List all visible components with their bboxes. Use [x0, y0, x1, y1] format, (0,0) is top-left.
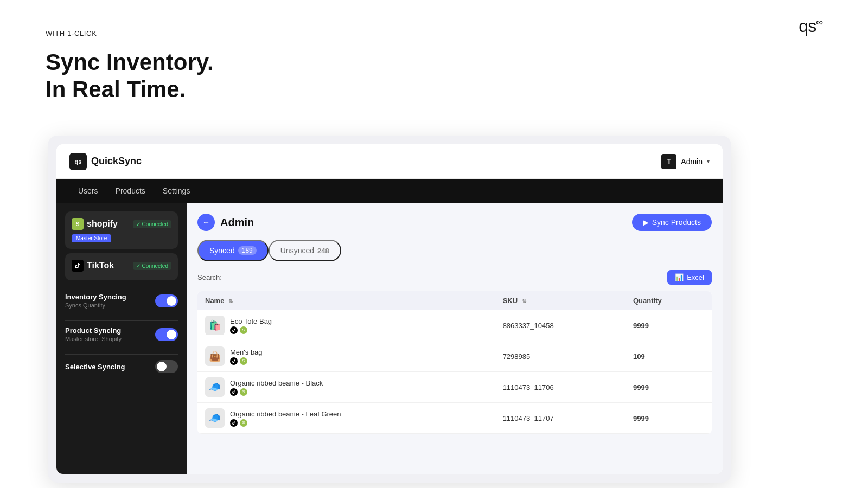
excel-icon: 📊 [675, 273, 684, 281]
name-sort-icon[interactable]: ⇅ [228, 298, 233, 304]
inventory-syncing-label: Inventory Syncing [65, 293, 126, 301]
app-logo: qs QuickSync [69, 153, 142, 170]
tiktok-platform-dot [230, 388, 238, 396]
logo-box: qs [69, 153, 87, 170]
app-main: S shopify ✓ Connected Master Store [56, 203, 723, 474]
right-panel: ← Admin ▶ Sync Products Synced 189 [187, 203, 723, 474]
shopify-platform-dot: S [240, 388, 247, 396]
chevron-down-icon: ▾ [707, 158, 710, 164]
shopify-platform-dot: S [240, 326, 247, 334]
shopify-connected-badge: ✓ Connected [133, 220, 171, 228]
app-card: qs QuickSync T Admin ▾ Users Products Se… [56, 144, 723, 474]
product-sku: 1110473_11706 [495, 372, 626, 403]
shopify-icon: S [72, 218, 84, 230]
sync-products-button[interactable]: ▶ Sync Products [632, 214, 712, 231]
excel-button[interactable]: 📊 Excel [667, 270, 712, 285]
master-store-badge: Master Store [72, 234, 111, 242]
tiktok-platform-dot [230, 326, 238, 334]
page-title-row: ← Admin [197, 214, 254, 231]
tab-unsynced[interactable]: Unsynced 248 [269, 240, 341, 261]
col-sku-header: SKU ⇅ [495, 291, 626, 310]
app-nav: Users Products Settings [56, 179, 723, 203]
product-sku: 1110473_11707 [495, 403, 626, 434]
admin-dropdown[interactable]: T Admin ▾ [661, 154, 710, 169]
back-button[interactable]: ← [197, 214, 215, 231]
product-syncing-toggle[interactable] [155, 328, 178, 341]
col-name-header: Name ⇅ [197, 291, 495, 310]
col-qty-header: Quantity [626, 291, 712, 310]
tabs-row: Synced 189 Unsynced 248 [197, 240, 712, 261]
product-syncing-label: Product Syncing [65, 326, 122, 335]
tiktok-platform-dot [230, 419, 238, 427]
shopify-platform-dot: S [240, 357, 247, 365]
tab-synced-count: 189 [238, 246, 257, 255]
product-sku: 8863337_10458 [495, 310, 626, 341]
browser-window: qs QuickSync T Admin ▾ Users Products Se… [48, 136, 731, 483]
headline-line1: Sync Inventory. [46, 49, 214, 76]
nav-item-users[interactable]: Users [69, 179, 107, 203]
selective-syncing-toggle[interactable] [155, 360, 178, 373]
shopify-store-card: S shopify ✓ Connected Master Store [65, 211, 178, 249]
tiktok-platform-dot [230, 357, 238, 365]
product-thumb: 🛍️ [205, 316, 225, 335]
product-name-cell: 👜 Men's bag S [197, 341, 495, 372]
sync-products-icon: ▶ [643, 218, 649, 227]
tab-unsynced-label: Unsynced [280, 246, 314, 255]
with-1click-label: WITH 1-CLICK [46, 29, 97, 37]
product-qty: 9999 [626, 310, 712, 341]
headline-line2: In Real Time. [46, 76, 214, 103]
search-label: Search: [197, 273, 222, 281]
headline: Sync Inventory. In Real Time. [46, 49, 214, 104]
inventory-syncing-toggle[interactable] [155, 294, 178, 307]
back-icon: ← [202, 218, 210, 227]
product-name: Men's bag [230, 348, 263, 356]
admin-avatar: T [661, 154, 676, 169]
table-row: 🛍️ Eco Tote Bag S 8863337_10458 9999 [197, 310, 712, 341]
table-row: 👜 Men's bag S 7298985 109 [197, 341, 712, 372]
sync-products-label: Sync Products [652, 218, 701, 227]
excel-label: Excel [687, 273, 704, 281]
product-syncing-option: Product Syncing Master store: Shopify [65, 320, 178, 348]
tiktok-store-name: TikTok [72, 260, 114, 272]
tab-synced[interactable]: Synced 189 [197, 240, 269, 261]
left-panel: S shopify ✓ Connected Master Store [56, 203, 187, 474]
page-title: Admin [220, 216, 254, 229]
search-row: Search: 📊 Excel [197, 270, 712, 285]
product-name-cell: 🧢 Organic ribbed beanie - Leaf Green S [197, 403, 495, 434]
products-table: Name ⇅ SKU ⇅ Quantity [197, 291, 712, 434]
product-qty: 9999 [626, 403, 712, 434]
tab-unsynced-count: 248 [317, 247, 329, 255]
tiktok-store-card: TikTok ✓ Connected [65, 253, 178, 280]
brand-name: QuickSync [91, 156, 142, 167]
product-name: Organic ribbed beanie - Black [230, 379, 323, 387]
shopify-platform-dot: S [240, 419, 247, 427]
product-name-cell: 🧢 Organic ribbed beanie - Black S [197, 372, 495, 403]
tiktok-connected-badge: ✓ Connected [133, 262, 171, 270]
product-sku: 7298985 [495, 341, 626, 372]
tiktok-icon [72, 260, 84, 272]
nav-item-settings[interactable]: Settings [154, 179, 199, 203]
tab-synced-label: Synced [209, 246, 235, 255]
inventory-syncing-option: Inventory Syncing Syncs Quantity [65, 287, 178, 314]
selective-syncing-label: Selective Syncing [65, 363, 125, 371]
sku-sort-icon[interactable]: ⇅ [522, 298, 526, 304]
table-row: 🧢 Organic ribbed beanie - Black S 111047… [197, 372, 712, 403]
page-header: ← Admin ▶ Sync Products [197, 214, 712, 231]
product-name-cell: 🛍️ Eco Tote Bag S [197, 310, 495, 341]
product-thumb: 🧢 [205, 377, 225, 397]
product-name: Organic ribbed beanie - Leaf Green [230, 410, 341, 418]
app-header: qs QuickSync T Admin ▾ [56, 144, 723, 179]
admin-label: Admin [681, 157, 703, 166]
product-thumb: 👜 [205, 346, 225, 366]
product-qty: 109 [626, 341, 712, 372]
search-input[interactable] [228, 271, 315, 284]
inventory-syncing-sub: Syncs Quantity [65, 302, 126, 309]
selective-syncing-option: Selective Syncing [65, 354, 178, 378]
nav-item-products[interactable]: Products [107, 179, 154, 203]
shopify-store-name: S shopify [72, 218, 118, 230]
table-row: 🧢 Organic ribbed beanie - Leaf Green S 1… [197, 403, 712, 434]
qs-logo-top: qs∞ [799, 16, 822, 36]
product-name: Eco Tote Bag [230, 317, 272, 325]
product-syncing-sub: Master store: Shopify [65, 336, 122, 342]
product-qty: 9999 [626, 372, 712, 403]
